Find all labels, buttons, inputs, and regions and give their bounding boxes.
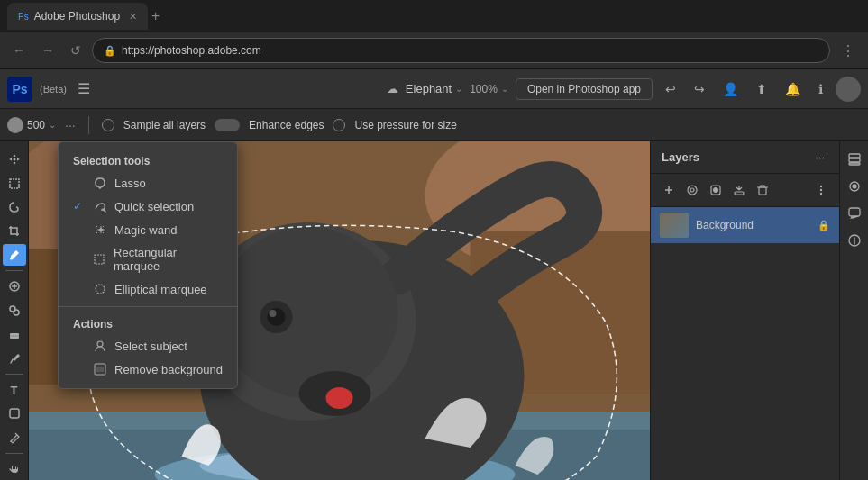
popup-separator (59, 306, 237, 307)
svg-rect-43 (849, 208, 860, 216)
nav-bar: ← → ↺ 🔒 https://photoshop.adobe.com ⋮ (0, 32, 868, 68)
popup-item-quick-selection[interactable]: ✓ Quick selection (59, 195, 237, 218)
actions-title: Actions (59, 312, 237, 334)
sample-layers-toggle[interactable] (215, 119, 240, 131)
panel-toolbar (651, 174, 839, 207)
popup-item-lasso[interactable]: Lasso (59, 171, 237, 195)
ps-logo: Ps (7, 77, 32, 102)
size-chevron-icon: ⌄ (49, 120, 56, 130)
svg-rect-1 (10, 179, 19, 188)
adjustments-panel-toggle[interactable] (844, 176, 865, 197)
layer-background[interactable]: Background 🔒 (651, 207, 839, 243)
layer-effects-btn[interactable] (681, 179, 703, 201)
selection-tools-popup: Selection tools Lasso ✓ Quick selection (58, 141, 238, 389)
panel-title: Layers (662, 150, 699, 164)
svg-point-2 (10, 257, 13, 259)
account-icon[interactable]: 👤 (717, 78, 744, 100)
zoom-control[interactable]: 100% ⌄ (470, 83, 508, 95)
canvas-area: Selection tools Lasso ✓ Quick selection (29, 141, 650, 480)
tool-crop[interactable] (3, 220, 26, 241)
info-panel-toggle[interactable] (844, 230, 865, 251)
new-tab-btn[interactable]: + (151, 8, 160, 24)
panel-more-btn[interactable]: ··· (811, 149, 828, 166)
back-btn[interactable]: ← (7, 40, 31, 61)
magic-wand-icon (93, 222, 107, 237)
undo-btn[interactable]: ↩ (660, 78, 681, 100)
layer-lock-icon: 🔒 (818, 220, 830, 231)
size-control: 500 ⌄ (7, 117, 56, 133)
notifications-icon[interactable]: 🔔 (780, 78, 806, 100)
tool-pen[interactable] (3, 427, 26, 448)
layer-mask-btn[interactable] (705, 179, 726, 201)
share-icon[interactable]: ⬆ (751, 78, 772, 100)
user-avatar[interactable] (836, 77, 861, 102)
svg-rect-38 (849, 154, 860, 158)
lock-icon: 🔒 (104, 45, 116, 57)
browser-more-btn[interactable]: ⋮ (836, 39, 861, 63)
cloud-icon: ☁ (387, 82, 398, 95)
comments-panel-toggle[interactable] (844, 203, 865, 224)
popup-item-magic-wand[interactable]: Magic wand (59, 218, 237, 241)
forward-btn[interactable]: → (36, 40, 59, 61)
options-more-btn[interactable]: ··· (65, 118, 76, 132)
panel-header: Layers ··· (651, 141, 839, 174)
open-in-app-button[interactable]: Open in Photoshop app (516, 78, 653, 100)
tool-brush[interactable] (3, 244, 26, 266)
tool-marquee[interactable] (3, 172, 26, 194)
filename-chevron-icon: ⌄ (455, 84, 462, 94)
popup-item-select-subject[interactable]: Select subject (59, 334, 237, 358)
adjustment-layer-btn[interactable] (728, 179, 750, 201)
tool-shape[interactable] (3, 403, 26, 424)
svg-rect-39 (849, 158, 860, 162)
lasso-label: Lasso (114, 177, 146, 190)
zoom-chevron-icon: ⌄ (501, 84, 508, 94)
rect-marquee-label: Rectangular marquee (114, 246, 223, 273)
tab-title: Adobe Photoshop (34, 10, 120, 23)
panel-icon-group: ··· (811, 149, 828, 166)
info-icon[interactable]: ℹ (813, 78, 828, 100)
tool-type[interactable]: T (3, 379, 26, 401)
tool-clone[interactable] (3, 300, 26, 322)
tool-eraser[interactable] (3, 323, 26, 345)
svg-point-42 (853, 185, 856, 188)
delete-layer-btn[interactable] (752, 179, 773, 201)
tool-healing[interactable] (3, 276, 26, 297)
active-tab[interactable]: Ps Adobe Photoshop ✕ (7, 3, 148, 30)
popup-item-ellip-marquee[interactable]: Elliptical marquee (59, 277, 237, 301)
options-bar: 500 ⌄ ··· Sample all layers Enhance edge… (0, 109, 868, 141)
left-toolbar: T (0, 141, 29, 480)
svg-point-32 (713, 187, 718, 193)
panel-layer-more[interactable] (810, 179, 832, 201)
reload-btn[interactable]: ↺ (65, 40, 87, 61)
svg-rect-34 (759, 187, 766, 195)
filename-text: Elephant (406, 82, 452, 95)
sample-all-layers-label: Sample all layers (123, 119, 206, 131)
selection-tools-title: Selection tools (59, 149, 237, 171)
svg-point-35 (820, 186, 822, 187)
address-bar[interactable]: 🔒 https://photoshop.adobe.com (92, 38, 830, 63)
rect-marquee-icon (93, 252, 106, 267)
add-layer-btn[interactable] (658, 179, 680, 201)
cloud-section: ☁ (387, 82, 398, 95)
filename-display[interactable]: Elephant ⌄ (406, 82, 462, 95)
tool-lasso[interactable] (3, 196, 26, 218)
hamburger-menu-btn[interactable]: ☰ (74, 77, 94, 101)
popup-item-remove-bg[interactable]: Remove background (59, 358, 237, 381)
svg-point-5 (14, 310, 19, 315)
layers-panel-toggle[interactable] (844, 149, 865, 170)
tab-close-btn[interactable]: ✕ (129, 11, 137, 23)
svg-point-36 (820, 189, 822, 191)
tool-hand[interactable] (3, 458, 26, 480)
toolbar-separator-3 (5, 453, 23, 454)
svg-point-21 (268, 308, 286, 326)
tool-eyedropper[interactable] (3, 347, 26, 368)
lasso-icon (93, 176, 107, 190)
svg-point-29 (688, 186, 697, 195)
sample-layers-toggle-indicator (102, 119, 114, 131)
ps-beta-label: (Beta) (40, 84, 67, 95)
popup-item-rect-marquee[interactable]: Rectangular marquee (59, 241, 237, 277)
pressure-toggle-indicator (333, 119, 345, 131)
svg-point-22 (270, 310, 277, 317)
tool-move[interactable] (3, 149, 26, 170)
redo-btn[interactable]: ↪ (689, 78, 710, 100)
